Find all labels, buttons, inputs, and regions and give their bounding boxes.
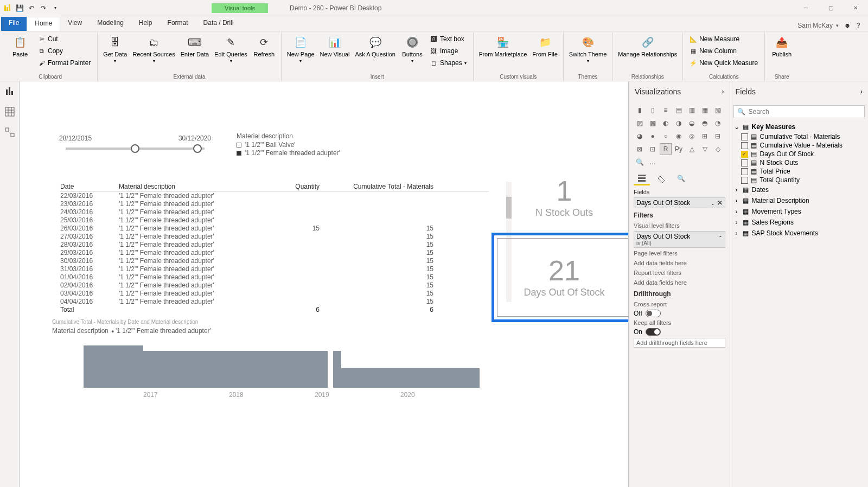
tab-modeling[interactable]: Modeling	[90, 17, 131, 31]
col-date[interactable]: Date	[60, 183, 119, 190]
vis-type-icon[interactable]: ◎	[686, 130, 698, 142]
format-well-button[interactable]	[653, 171, 669, 185]
chevron-right-icon[interactable]: ›	[722, 88, 724, 95]
vis-type-icon[interactable]: ⊡	[647, 143, 659, 155]
fields-search[interactable]: 🔍	[733, 105, 865, 118]
slider-handle-right[interactable]	[193, 144, 202, 153]
vis-type-icon[interactable]: ▮	[634, 104, 646, 116]
col-quantity[interactable]: Quantity	[260, 183, 320, 190]
measure-field[interactable]: ▤N Stock Outs	[733, 158, 865, 167]
expand-icon[interactable]: ›	[733, 229, 740, 237]
new-page-button[interactable]: 📄New Page▾	[286, 34, 316, 65]
get-data-button[interactable]: 🗄Get Data▾	[102, 34, 128, 65]
expand-icon[interactable]: ›	[733, 219, 740, 226]
expand-icon[interactable]: ›	[733, 186, 740, 194]
measure-field[interactable]: ▤Total Quantity	[733, 176, 865, 184]
table-item[interactable]: ›▦Dates	[733, 184, 865, 195]
from-marketplace-button[interactable]: 🏪From Marketplace	[478, 34, 528, 59]
checkbox-icon[interactable]: ✓	[741, 151, 748, 158]
switch-theme-button[interactable]: 🎨Switch Theme▾	[568, 34, 608, 65]
help-icon[interactable]: ?	[853, 20, 864, 31]
recent-sources-button[interactable]: 🗂Recent Sources▾	[131, 34, 176, 65]
table-item[interactable]: ›▦Movement Types	[733, 206, 865, 217]
enter-data-button[interactable]: ⌨Enter Data	[180, 34, 210, 59]
undo-icon[interactable]: ↶	[27, 4, 36, 12]
redo-icon[interactable]: ↷	[39, 4, 48, 12]
keep-all-filters-toggle[interactable]: On	[634, 328, 725, 336]
card-n-stock-outs[interactable]: 1 N Stock Outs	[492, 176, 637, 219]
measure-field[interactable]: ✓▤Days Out Of Stock	[733, 150, 865, 158]
image-button[interactable]: 🖼Image	[428, 46, 469, 56]
measure-field[interactable]: ▤Total Price	[733, 167, 865, 176]
cut-button[interactable]: ✂Cut	[36, 34, 93, 44]
new-visual-button[interactable]: 📊New Visual	[319, 34, 351, 59]
ask-question-button[interactable]: 💬Ask A Question	[354, 34, 397, 59]
new-measure-button[interactable]: 📐New Measure	[687, 34, 760, 44]
format-painter-button[interactable]: 🖌Format Painter	[36, 57, 93, 68]
search-input[interactable]	[749, 108, 861, 116]
account-name[interactable]: Sam McKay	[797, 22, 833, 29]
report-filters-drop[interactable]: Add data fields here	[634, 278, 725, 287]
from-file-button[interactable]: 📁From File	[531, 34, 558, 59]
tab-help[interactable]: Help	[131, 17, 160, 31]
save-icon[interactable]: 💾	[15, 4, 24, 12]
chip-chevron-icon[interactable]: ⌄	[711, 201, 715, 206]
vis-type-icon[interactable]: ▦	[699, 104, 711, 116]
filter-chip-days-out[interactable]: Days Out Of Stock⌄is (All)	[634, 231, 725, 248]
vis-type-icon[interactable]: ▤	[673, 104, 685, 116]
fields-header[interactable]: Fields›	[730, 81, 868, 102]
manage-relationships-button[interactable]: 🔗Manage Relationships	[617, 34, 678, 59]
data-view-icon[interactable]	[4, 106, 15, 117]
vis-type-icon[interactable]: ⊞	[699, 130, 711, 142]
model-view-icon[interactable]	[4, 127, 15, 138]
table-row[interactable]: 23/03/2016'1 1/2"' Female threaded adupt…	[60, 200, 489, 208]
report-view-icon[interactable]	[4, 86, 15, 97]
vis-type-icon[interactable]: R	[660, 143, 672, 155]
table-item[interactable]: ›▦SAP Stock Movements	[733, 228, 865, 239]
table-row[interactable]: 28/03/2016'1 1/2"' Female threaded adupt…	[60, 240, 489, 248]
table-row[interactable]: 04/04/2016'1 1/2"' Female threaded adupt…	[60, 297, 489, 305]
date-slicer[interactable]: 28/12/201530/12/2020	[59, 134, 211, 150]
vis-type-icon[interactable]: ◇	[712, 143, 724, 155]
tab-view[interactable]: View	[60, 17, 90, 31]
vis-type-icon[interactable]: ○	[660, 130, 672, 142]
vis-type-icon[interactable]: ◉	[673, 130, 685, 142]
table-row[interactable]: 31/03/2016'1 1/2"' Female threaded adupt…	[60, 265, 489, 273]
tab-file[interactable]: File	[1, 17, 27, 31]
vis-type-icon[interactable]: ▥	[686, 104, 698, 116]
vis-type-icon[interactable]: ⊠	[634, 143, 646, 155]
copy-button[interactable]: ⧉Copy	[36, 46, 93, 56]
new-quick-measure-button[interactable]: ⚡New Quick Measure	[687, 57, 760, 68]
paste-button[interactable]: 📋Paste	[8, 34, 33, 59]
vis-type-icon[interactable]: ▯	[647, 104, 659, 116]
chip-remove-icon[interactable]: ✕	[717, 199, 723, 207]
buttons-button[interactable]: 🔘Buttons▾	[400, 34, 425, 65]
analytics-well-button[interactable]: 🔍	[673, 171, 689, 185]
smiley-icon[interactable]: ☻	[842, 20, 853, 31]
vis-type-icon[interactable]: ◔	[712, 117, 724, 129]
vis-type-icon[interactable]: △	[686, 143, 698, 155]
visual-tools-tab[interactable]: Visual tools	[212, 3, 268, 13]
expand-icon[interactable]: ›	[733, 197, 740, 204]
table-key-measures[interactable]: ⌄▦Key Measures	[733, 121, 865, 132]
vis-type-icon[interactable]: ≡	[660, 104, 672, 116]
cross-report-toggle[interactable]: Off	[634, 310, 725, 317]
card-days-out-of-stock[interactable]: 21 Days Out Of Stock	[492, 233, 637, 322]
table-row[interactable]: 27/03/2016'1 1/2"' Female threaded adupt…	[60, 232, 489, 240]
vis-type-icon[interactable]: ▨	[634, 117, 646, 129]
filter-chevron-icon[interactable]: ⌄	[718, 233, 723, 240]
vis-type-icon[interactable]: ●	[647, 130, 659, 142]
table-row[interactable]: 25/03/2016'1 1/2"' Female threaded adupt…	[60, 216, 489, 224]
vis-type-icon[interactable]: ▧	[712, 104, 724, 116]
vis-type-icon[interactable]: ◑	[673, 117, 685, 129]
field-chip-days-out[interactable]: Days Out Of Stock⌄ ✕	[634, 197, 725, 208]
collapse-icon[interactable]: ⌄	[733, 123, 740, 131]
table-item[interactable]: ›▦Sales Regions	[733, 217, 865, 228]
vis-type-icon[interactable]: ⊟	[712, 130, 724, 142]
table-row[interactable]: 03/04/2016'1 1/2"' Female threaded adupt…	[60, 289, 489, 297]
checkbox-icon[interactable]	[741, 142, 748, 149]
more-qat-icon[interactable]: ▾	[51, 4, 60, 12]
edit-queries-button[interactable]: ✎Edit Queries▾	[213, 34, 248, 65]
vis-type-icon[interactable]: …	[647, 156, 659, 168]
col-material[interactable]: Material description	[119, 183, 260, 190]
